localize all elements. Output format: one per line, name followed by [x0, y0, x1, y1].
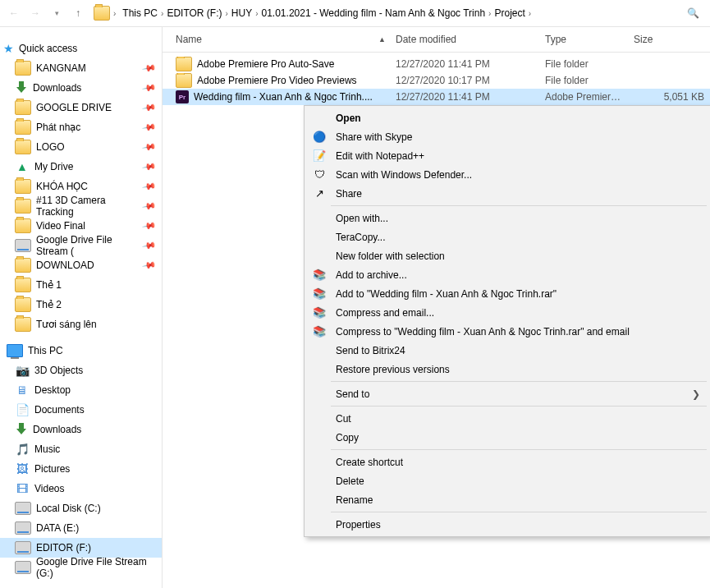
menu-item[interactable]: TeraCopy...	[306, 227, 708, 246]
sidebar-item[interactable]: LOGO📌	[0, 137, 162, 157]
sidebar-item-label: Phát nhạc	[36, 122, 80, 133]
sidebar-item-label: Music	[34, 443, 60, 455]
sidebar-item[interactable]: 🖥Desktop	[0, 380, 162, 400]
menu-item[interactable]: Delete	[306, 471, 708, 490]
sidebar-item[interactable]: 🎵Music	[0, 439, 162, 459]
sidebar-item-label: Downloads	[33, 82, 81, 94]
column-name[interactable]: Name ▲	[171, 34, 391, 45]
sidebar-item[interactable]: Video Final📌	[0, 216, 162, 236]
menu-item[interactable]: Send to❯	[306, 384, 708, 403]
chevron-right-icon[interactable]: ›	[529, 9, 531, 18]
menu-item-icon	[311, 517, 328, 533]
menu-item[interactable]: Create shortcut	[306, 452, 708, 471]
menu-item-label: Add to archive...	[336, 269, 407, 281]
menu-item-label: Open	[336, 113, 361, 124]
sidebar-item[interactable]: Downloads📌	[0, 78, 162, 98]
menu-item[interactable]: ↗Share	[306, 184, 708, 203]
crumb[interactable]: HUY	[228, 6, 255, 21]
sidebar-item-label: #11 3D Camera Tracking	[36, 195, 139, 218]
sidebar-item[interactable]: Downloads	[0, 420, 162, 439]
disc-icon	[15, 561, 31, 574]
file-row[interactable]: Adobe Premiere Pro Video Previews12/27/2…	[163, 72, 710, 89]
sidebar-item[interactable]: Tươi sáng lên	[0, 315, 162, 334]
menu-item[interactable]: 🔵Share with Skype	[306, 127, 708, 146]
download-icon	[15, 423, 28, 436]
sidebar-item[interactable]: GOOGLE DRIVE📌	[0, 98, 162, 117]
menu-item-label: Rename	[336, 494, 373, 506]
sidebar-item[interactable]: 🖼Pictures	[0, 459, 162, 479]
sidebar-item[interactable]: #11 3D Camera Tracking📌	[0, 196, 162, 216]
menu-item[interactable]: New folder with selection	[306, 246, 708, 265]
menu-item[interactable]: Open with...	[306, 209, 708, 227]
breadcrumb[interactable]: › This PC›EDITOR (F:)›HUY›01.01.2021 - W…	[90, 3, 682, 23]
pc-icon	[7, 344, 23, 357]
sidebar-item-label: Desktop	[34, 384, 71, 396]
menu-item[interactable]: Properties	[306, 515, 708, 534]
column-date[interactable]: Date modified	[391, 34, 540, 45]
sidebar-item[interactable]: Thẻ 2	[0, 295, 162, 315]
menu-item[interactable]: Open	[306, 108, 708, 127]
chevron-right-icon[interactable]: ›	[255, 9, 258, 18]
recent-dropdown[interactable]: ▾	[48, 4, 66, 22]
sidebar-item[interactable]: 📄Documents	[0, 400, 162, 420]
sidebar-item[interactable]: Phát nhạc📌	[0, 117, 162, 137]
file-name: Wedding film - Xuan Anh & Ngoc Trinh....	[194, 91, 373, 103]
sidebar-item[interactable]: Google Drive File Stream (📌	[0, 236, 162, 255]
menu-item[interactable]: 📚Compress and email...	[306, 303, 708, 322]
menu-item[interactable]: Restore previous versions	[306, 360, 708, 379]
folder-icon	[15, 140, 31, 154]
sidebar-item[interactable]: KHÓA HỌC📌	[0, 177, 162, 196]
sidebar-item[interactable]: Thẻ 1	[0, 275, 162, 295]
folder-icon	[15, 179, 31, 194]
sidebar-item[interactable]: KANGNAM📌	[0, 58, 162, 78]
menu-item-icon: ↗	[311, 186, 328, 202]
menu-item-icon: 📝	[311, 148, 328, 164]
sidebar-item[interactable]: EDITOR (F:)	[0, 538, 162, 558]
menu-item[interactable]: 📚Add to archive...	[306, 265, 708, 284]
sidebar-item[interactable]: DOWNLOAD📌	[0, 255, 162, 275]
menu-item-icon	[311, 473, 328, 489]
menu-item[interactable]: Send to Bitrix24	[306, 341, 708, 360]
menu-item-label: Add to "Wedding film - Xuan Anh & Ngoc T…	[336, 288, 557, 300]
menu-item-icon: 🔵	[311, 129, 328, 145]
sidebar-item[interactable]: 🎞Videos	[0, 479, 162, 498]
navigation-pane: ★ Quick access KANGNAM📌Downloads📌GOOGLE …	[0, 27, 163, 588]
menu-item-icon: 📚	[311, 324, 328, 340]
sidebar-item[interactable]: ▲My Drive📌	[0, 157, 162, 177]
quick-access-header[interactable]: ★ Quick access	[0, 39, 162, 58]
sidebar-item-label: Pictures	[34, 463, 70, 475]
file-row[interactable]: PrWedding film - Xuan Anh & Ngoc Trinh..…	[163, 89, 710, 105]
search-icon[interactable]: 🔍	[685, 6, 700, 21]
column-size[interactable]: Size	[629, 34, 709, 45]
menu-item[interactable]: Cut	[306, 409, 708, 428]
menu-item[interactable]: 📚Compress to "Wedding film - Xuan Anh & …	[306, 322, 708, 341]
sidebar-item[interactable]: Google Drive File Stream (G:)	[0, 558, 162, 577]
sidebar-item[interactable]: 📷3D Objects	[0, 361, 162, 380]
file-row[interactable]: Adobe Premiere Pro Auto-Save12/27/2020 1…	[163, 56, 710, 72]
up-button[interactable]: ↑	[69, 4, 87, 22]
crumb[interactable]: EDITOR (F:)	[163, 6, 225, 21]
toolbar: ← → ▾ ↑ › This PC›EDITOR (F:)›HUY›01.01.…	[0, 0, 710, 27]
crumb[interactable]: This PC	[119, 6, 161, 21]
menu-item-icon	[311, 361, 328, 378]
sidebar-item[interactable]: Local Disk (C:)	[0, 498, 162, 518]
menu-item[interactable]: 📝Edit with Notepad++	[306, 146, 708, 165]
menu-item-label: Open with...	[336, 213, 388, 224]
sidebar-item[interactable]: DATA (E:)	[0, 518, 162, 538]
menu-item-icon: 📚	[311, 286, 328, 302]
menu-item[interactable]: 📚Add to "Wedding film - Xuan Anh & Ngoc …	[306, 284, 708, 303]
pin-icon: 📌	[142, 218, 158, 234]
menu-item-icon	[311, 210, 328, 227]
back-button[interactable]: ←	[5, 4, 23, 22]
this-pc-header[interactable]: This PC	[0, 341, 162, 361]
menu-item[interactable]: 🛡Scan with Windows Defender...	[306, 165, 708, 184]
menu-item[interactable]: Copy	[306, 428, 708, 447]
quick-access-label: Quick access	[19, 43, 77, 54]
column-headers: Name ▲ Date modified Type Size	[163, 27, 710, 53]
crumb[interactable]: 01.01.2021 - Wedding film - Nam Anh & Ng…	[259, 6, 489, 21]
column-type[interactable]: Type	[540, 34, 629, 45]
folder-icon	[15, 120, 31, 135]
menu-item[interactable]: Rename	[306, 490, 708, 509]
crumb[interactable]: Project	[491, 6, 528, 21]
forward-button[interactable]: →	[26, 4, 44, 22]
